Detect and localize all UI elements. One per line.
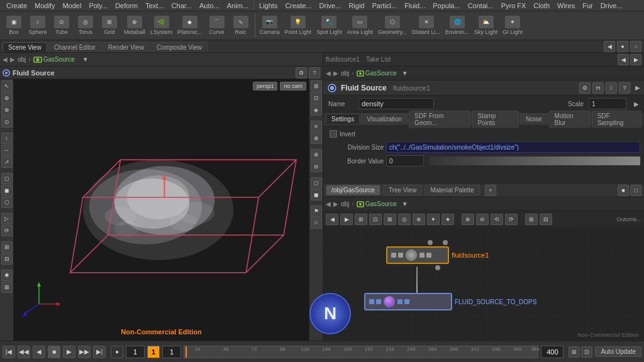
right-nav-back[interactable]: ◀ bbox=[326, 70, 331, 77]
menu-deform[interactable]: Deform bbox=[111, 2, 142, 9]
sphere-icon[interactable]: ○ bbox=[30, 16, 45, 28]
tab-settings[interactable]: Settings bbox=[326, 114, 360, 124]
platonic-icon[interactable]: ◆ bbox=[182, 16, 197, 28]
menu-anim[interactable]: Anim... bbox=[223, 2, 252, 9]
toolbar-camera[interactable]: 📷 Camera bbox=[258, 14, 282, 36]
menu-particl[interactable]: Particl... bbox=[368, 2, 401, 9]
viewport-icon-2[interactable]: ? bbox=[309, 67, 320, 79]
viewport-canvas[interactable]: persp1 no cam bbox=[14, 79, 309, 341]
playback-prev[interactable]: ◀ bbox=[33, 346, 45, 358]
scene-icon-btn-2[interactable]: ● bbox=[617, 41, 628, 52]
panel-icon-h[interactable]: H bbox=[592, 82, 604, 94]
rtool-5[interactable]: ⊗ bbox=[311, 133, 322, 144]
toolbar-gilight[interactable]: ✦ GI Light bbox=[501, 14, 525, 36]
node-tool-9[interactable]: ★ bbox=[441, 214, 454, 225]
toolbar-lsystem[interactable]: 🌿 LSystem bbox=[148, 14, 174, 36]
scene-icon-btn-1[interactable]: ◀ bbox=[604, 41, 615, 52]
timeline-track[interactable]: 24 48 72 96 120 144 168 192 216 240 264 … bbox=[184, 346, 538, 358]
panel-gear-icon[interactable]: ⚙ bbox=[579, 82, 591, 94]
tool-2[interactable]: ⊕ bbox=[1, 92, 13, 104]
scale-input[interactable] bbox=[589, 98, 626, 109]
node-tool-5[interactable]: ⊠ bbox=[384, 214, 396, 225]
left-path-nav-fwd[interactable]: ▶ bbox=[10, 56, 15, 63]
node-tool-11[interactable]: ⊖ bbox=[476, 214, 489, 225]
rtool-4[interactable]: ≡ bbox=[311, 121, 322, 132]
tab-scene-view[interactable]: Scene View bbox=[3, 42, 47, 52]
toolbar-curve[interactable]: ⌒ Curve bbox=[206, 14, 228, 36]
fluidsource1-box[interactable] bbox=[386, 246, 449, 264]
viewport-icon-1[interactable]: ⚙ bbox=[296, 67, 307, 79]
toolbar-spotlight[interactable]: 🔦 Spot Light bbox=[314, 14, 344, 36]
toolbar-pointlight[interactable]: 💡 Point Light bbox=[283, 14, 314, 36]
rtool-7[interactable]: ⊖ bbox=[311, 161, 322, 172]
gi-light-icon[interactable]: ✦ bbox=[505, 16, 520, 28]
node-canvas[interactable]: fluidsource1 bbox=[323, 228, 644, 341]
menu-rigid[interactable]: Rigid bbox=[345, 2, 368, 9]
rtool-8[interactable]: ◻ bbox=[311, 177, 322, 189]
menu-model[interactable]: Model bbox=[58, 2, 85, 9]
border-value-slider[interactable] bbox=[429, 156, 640, 165]
menu-fluid[interactable]: Fluid... bbox=[401, 2, 429, 9]
toolbar-environ[interactable]: 🌐 Environ... bbox=[443, 14, 471, 36]
node-tab-icon-1[interactable]: ■ bbox=[618, 185, 629, 196]
rtool-9[interactable]: ◼ bbox=[311, 189, 322, 200]
invert-checkbox[interactable] bbox=[330, 130, 337, 138]
menu-pyrofx[interactable]: Pyro FX bbox=[497, 2, 530, 9]
menu-modify[interactable]: Modify bbox=[31, 2, 58, 9]
node-tool-13[interactable]: ⟳ bbox=[505, 214, 518, 225]
frame-indicator[interactable]: 1 bbox=[147, 346, 160, 358]
tab-visualization[interactable]: Visualization bbox=[361, 114, 408, 124]
scroll-right[interactable]: ▶ bbox=[635, 84, 640, 91]
box-icon[interactable]: ▣ bbox=[6, 16, 21, 28]
playback-next[interactable]: ▶▶ bbox=[78, 346, 91, 358]
sky-light-icon[interactable]: ⛅ bbox=[479, 16, 494, 28]
toolbar-reic[interactable]: ∿ Reic bbox=[230, 14, 252, 36]
timeline-icon-2[interactable]: ⊡ bbox=[581, 346, 592, 358]
torus-icon[interactable]: ◎ bbox=[78, 16, 93, 28]
tab-channel-editor[interactable]: Channel Editor bbox=[48, 42, 101, 52]
node-tool-3[interactable]: ⊞ bbox=[355, 214, 367, 225]
tab-noise[interactable]: Noise bbox=[520, 114, 548, 124]
node-fluidsource1[interactable]: fluidsource1 bbox=[386, 240, 489, 270]
tool-9[interactable]: ◼ bbox=[1, 185, 13, 196]
node-fluid-to-dops[interactable]: FLUID_SOURCE_TO_DOPS bbox=[364, 293, 536, 310]
rtool-10[interactable]: ⚑ bbox=[311, 206, 322, 217]
node-tool-15[interactable]: ⊟ bbox=[540, 214, 552, 225]
node-tab-treeview[interactable]: Tree View bbox=[383, 185, 422, 195]
division-size-input[interactable] bbox=[386, 141, 640, 153]
rtool-11[interactable]: ⚐ bbox=[311, 217, 322, 229]
tool-13[interactable]: ⊞ bbox=[1, 241, 13, 253]
toolbar-metaball[interactable]: ⊕ Metaball bbox=[122, 14, 147, 36]
node-tool-12[interactable]: ⟲ bbox=[491, 214, 503, 225]
name-input[interactable] bbox=[358, 98, 434, 109]
node-path-dropdown[interactable]: ▼ bbox=[402, 200, 408, 207]
playback-jump-end[interactable]: ▶| bbox=[93, 346, 106, 358]
distant-light-icon[interactable]: ☀ bbox=[419, 16, 434, 28]
current-frame-input[interactable]: 1 bbox=[126, 346, 145, 358]
node-nav-back[interactable]: ◀ bbox=[326, 200, 331, 207]
toolbar-geometry[interactable]: ⬡ Geometry... bbox=[376, 14, 409, 36]
grid-icon[interactable]: ⊞ bbox=[102, 16, 117, 28]
environ-icon[interactable]: 🌐 bbox=[450, 16, 465, 28]
menu-create2[interactable]: Create... bbox=[281, 2, 315, 9]
toolbar-arealight[interactable]: ▭ Area Light bbox=[345, 14, 375, 36]
scale-drag[interactable]: ▶ bbox=[634, 101, 639, 107]
toolbar-box[interactable]: ▣ Box bbox=[3, 14, 25, 36]
right-path-dropdown[interactable]: ▼ bbox=[402, 70, 408, 77]
tool-14[interactable]: ⊟ bbox=[1, 253, 13, 265]
spot-light-icon[interactable]: 🔦 bbox=[321, 16, 336, 28]
tab-composite-view[interactable]: Composite View bbox=[151, 42, 208, 52]
tool-select[interactable]: ↖ bbox=[1, 80, 13, 92]
frame-field-2[interactable] bbox=[162, 346, 181, 358]
right-nav-fwd[interactable]: ▶ bbox=[333, 70, 338, 77]
menu-auto[interactable]: Auto... bbox=[196, 2, 223, 9]
node-tool-1[interactable]: ◀ bbox=[326, 214, 338, 225]
playback-jump-start[interactable]: |◀ bbox=[3, 346, 15, 358]
tool-8[interactable]: ◻ bbox=[1, 173, 13, 184]
lsystem-icon[interactable]: 🌿 bbox=[154, 16, 169, 28]
menu-drive2[interactable]: Drive... bbox=[597, 2, 626, 9]
menu-create[interactable]: Create bbox=[3, 2, 31, 9]
left-path-nav-back[interactable]: ◀ bbox=[3, 56, 8, 63]
camera-icon[interactable]: 📷 bbox=[262, 16, 277, 28]
node-tab-icon-2[interactable]: □ bbox=[630, 185, 641, 196]
